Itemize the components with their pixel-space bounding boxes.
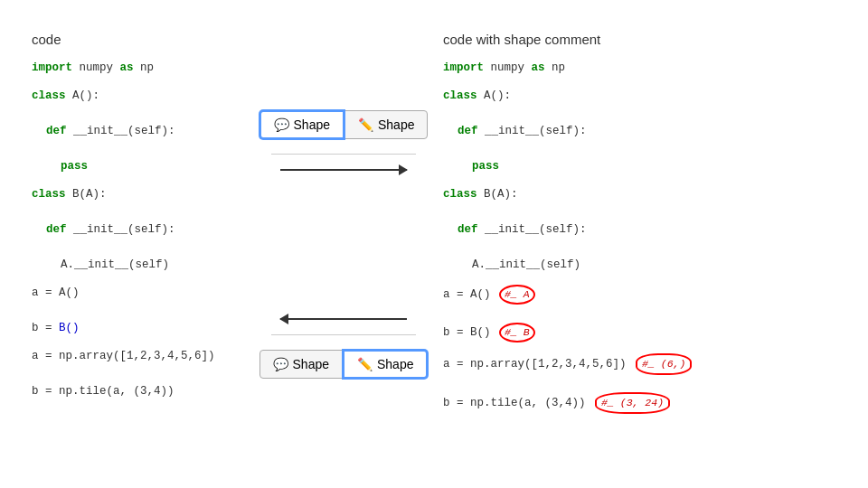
right-classB-decl: class B(A): <box>443 186 750 203</box>
comment-shape-label-top: Shape <box>294 117 330 132</box>
plain-nparray: a = np.array([1,2,3,4,5,6]) <box>32 350 215 362</box>
right-b-instance-line: b = B() #_ B <box>443 323 750 343</box>
kw-class-b: class <box>32 188 66 201</box>
left-b-instance: b = B() <box>32 320 240 337</box>
plain-ainit: A.__init__(self) <box>61 258 169 271</box>
right-nptile-comment-circled: #_ (3, 24) <box>595 392 670 414</box>
left-instances: a = A() b = B() <box>32 285 240 337</box>
kw-class-a: class <box>32 89 66 102</box>
right-plain-np: np <box>552 61 565 74</box>
right-plain-numpy: numpy <box>491 61 532 74</box>
right-plain-def-a: __init__(self): <box>485 125 587 137</box>
right-kw-pass: pass <box>472 160 499 173</box>
kw-import: import <box>32 61 72 74</box>
left-classA-decl: class A(): <box>32 88 240 105</box>
plain-def-a: __init__(self): <box>73 125 175 137</box>
right-np-array-line: a = np.array([1,2,3,4,5,6]) #_ (6,) <box>443 353 750 375</box>
bottom-separator <box>271 334 416 335</box>
right-np-tile-line: b = np.tile(a, (3,4)) #_ (3, 24) <box>443 392 750 414</box>
edit-icon-bottom: ✏️ <box>357 357 373 371</box>
left-classB-decl: class B(A): <box>32 186 240 203</box>
bottom-section: 💬 Shape ✏️ Shape <box>259 318 429 379</box>
plain-np: np <box>140 61 154 74</box>
left-code-block: import numpy as np class A(): def __init… <box>32 60 240 400</box>
right-panel-title: code with shape comment <box>443 32 750 47</box>
edit-icon-top: ✏️ <box>358 117 373 132</box>
plain-a-eq: a = A() <box>32 286 80 299</box>
top-arrow-container <box>271 169 416 171</box>
left-np-array: a = np.array([1,2,3,4,5,6]) <box>32 348 240 365</box>
left-ainit-b: A.__init__(self) <box>32 257 240 274</box>
edit-shape-button-bottom[interactable]: ✏️ Shape <box>343 350 428 379</box>
right-kw-class-b: class <box>443 188 477 201</box>
right-a-instance-line: a = A() #_ A <box>443 285 750 305</box>
left-def-init-b: def __init__(self): <box>32 221 240 239</box>
left-def-init-a: def __init__(self): <box>32 123 240 140</box>
right-arrays: a = np.array([1,2,3,4,5,6]) #_ (6,) b = … <box>443 353 750 414</box>
main-container: code import numpy as np class A(): def <box>0 0 868 488</box>
right-import-line: import numpy as np <box>443 60 750 77</box>
left-panel-title: code <box>32 32 240 47</box>
left-pass-a: pass <box>32 158 240 175</box>
right-a-comment-circled: #_ A <box>499 285 535 305</box>
left-arrow-bottom <box>280 318 407 320</box>
blue-b: B() <box>59 322 80 334</box>
left-np-tile: b = np.tile(a, (3,4)) <box>32 383 240 400</box>
right-plain-ainit: A.__init__(self) <box>472 258 580 271</box>
right-def-init-a: def __init__(self): <box>443 123 750 140</box>
plain-nptile: b = np.tile(a, (3,4)) <box>32 385 175 398</box>
right-ainit-b: A.__init__(self) <box>443 257 750 274</box>
comment-icon-bottom: 💬 <box>273 357 288 371</box>
right-class-a: class A(): def __init__(self): pass <box>443 88 750 175</box>
right-plain-b: B(A): <box>484 188 518 201</box>
edit-shape-button-top[interactable]: ✏️ Shape <box>344 110 428 139</box>
middle-panel: 💬 Shape ✏️ Shape 💬 Sha <box>253 18 434 470</box>
left-arrays: a = np.array([1,2,3,4,5,6]) b = np.tile(… <box>32 348 240 400</box>
right-kw-def-a: def <box>458 125 478 137</box>
right-kw-def-b: def <box>458 223 478 236</box>
right-arrow-top <box>280 169 407 171</box>
plain-def-b: __init__(self): <box>73 223 175 236</box>
left-imports: import numpy as np <box>32 60 240 77</box>
right-kw-as: as <box>532 61 545 74</box>
plain-numpy: numpy <box>80 61 120 74</box>
kw-pass-a: pass <box>61 160 88 173</box>
right-b-comment-circled: #_ B <box>499 323 535 343</box>
edit-shape-label-top: Shape <box>378 117 414 132</box>
comment-shape-label-bottom: Shape <box>293 357 329 371</box>
right-plain-def-b: __init__(self): <box>485 223 587 236</box>
right-code-panel: code with shape comment import numpy as … <box>434 18 760 470</box>
top-button-group: 💬 Shape ✏️ Shape <box>259 110 429 139</box>
plain-b-eq: b = <box>32 322 59 334</box>
left-code-panel: code import numpy as np class A(): def <box>18 18 253 470</box>
top-separator <box>271 154 416 155</box>
right-a-eq: a = A() <box>443 288 497 301</box>
right-nptile: b = np.tile(a, (3,4)) <box>443 397 592 409</box>
right-def-init-b: def __init__(self): <box>443 221 750 239</box>
right-class-b: class B(A): def __init__(self): A.__init… <box>443 186 750 274</box>
right-classA-decl: class A(): <box>443 88 750 105</box>
comment-shape-button-bottom[interactable]: 💬 Shape <box>259 350 343 379</box>
left-a-instance: a = A() <box>32 285 240 302</box>
right-kw-import: import <box>443 61 484 74</box>
left-class-a: class A(): def __init__(self): pass <box>32 88 240 175</box>
right-kw-class-a: class <box>443 89 477 102</box>
top-section: 💬 Shape ✏️ Shape <box>259 110 429 171</box>
right-nparray-comment-circled: #_ (6,) <box>636 353 692 375</box>
right-imports: import numpy as np <box>443 60 750 77</box>
right-pass-a: pass <box>443 158 750 175</box>
left-class-b: class B(A): def __init__(self): A.__init… <box>32 186 240 274</box>
edit-shape-label-bottom: Shape <box>377 357 413 371</box>
kw-def-b: def <box>46 223 67 236</box>
right-b-eq: b = B() <box>443 326 497 339</box>
kw-def-a: def <box>46 125 67 137</box>
bottom-arrow-container <box>271 318 416 320</box>
right-nparray: a = np.array([1,2,3,4,5,6]) <box>443 358 633 371</box>
plain-class-b: B(A): <box>72 188 107 201</box>
comment-shape-button-top[interactable]: 💬 Shape <box>259 110 344 139</box>
kw-as: as <box>120 61 134 74</box>
right-instances: a = A() #_ A b = B() #_ B <box>443 285 750 343</box>
plain-class-a: A(): <box>72 89 99 102</box>
comment-icon-top: 💬 <box>274 117 289 132</box>
bottom-button-group: 💬 Shape ✏️ Shape <box>259 350 429 379</box>
